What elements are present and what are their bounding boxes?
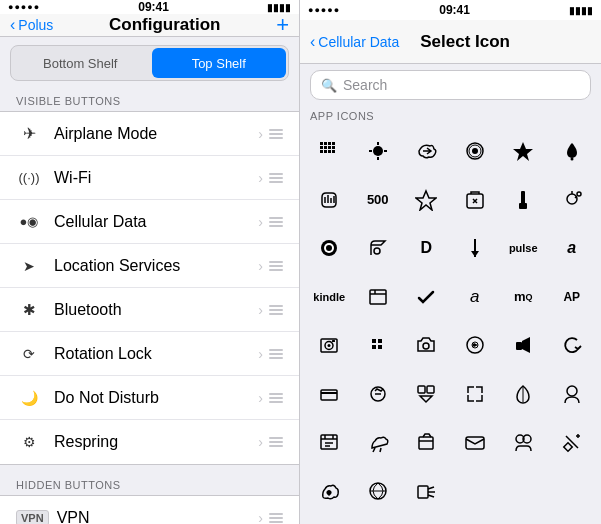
- icon-cell[interactable]: [452, 128, 499, 175]
- icon-cell[interactable]: 500: [355, 177, 402, 224]
- icon-cell[interactable]: [452, 371, 499, 418]
- icon-cell[interactable]: [306, 419, 353, 466]
- icon-cell[interactable]: [403, 371, 450, 418]
- icon-cell[interactable]: [355, 371, 402, 418]
- svg-rect-36: [370, 290, 386, 304]
- visible-section-header: VISIBLE BUTTONS: [0, 89, 299, 111]
- list-item[interactable]: ⚙ Respring ›: [0, 420, 299, 464]
- icon-cell[interactable]: [452, 322, 499, 369]
- wifi-label: Wi-Fi: [54, 169, 258, 187]
- svg-marker-43: [372, 339, 376, 343]
- svg-marker-35: [471, 251, 479, 257]
- icon-cell[interactable]: [452, 225, 499, 272]
- svg-rect-50: [516, 342, 522, 350]
- right-battery: ▮▮▮▮: [569, 5, 593, 16]
- bluetooth-label: Bluetooth: [54, 301, 258, 319]
- icon-cell[interactable]: mQ: [500, 274, 547, 321]
- chevron-icon: ›: [258, 434, 263, 450]
- respring-icon: ⚙: [16, 429, 42, 455]
- icon-cell[interactable]: [500, 128, 547, 175]
- svg-rect-25: [519, 203, 527, 209]
- list-item[interactable]: VPN VPN ›: [0, 496, 299, 524]
- list-item[interactable]: ✱ Bluetooth ›: [0, 288, 299, 332]
- svg-rect-42: [332, 340, 335, 342]
- svg-rect-1: [324, 142, 327, 145]
- svg-rect-55: [418, 386, 425, 393]
- icon-cell[interactable]: [355, 128, 402, 175]
- icon-cell[interactable]: [306, 322, 353, 369]
- svg-rect-70: [466, 437, 484, 449]
- icon-cell[interactable]: [355, 468, 402, 515]
- add-button[interactable]: +: [276, 14, 289, 36]
- chevron-icon: ›: [258, 510, 263, 525]
- icon-cell[interactable]: [549, 128, 596, 175]
- icon-cell[interactable]: [355, 322, 402, 369]
- list-item[interactable]: 🌙 Do Not Disturb ›: [0, 376, 299, 420]
- icon-cell[interactable]: [500, 419, 547, 466]
- location-label: Location Services: [54, 257, 258, 275]
- icon-cell[interactable]: [306, 177, 353, 224]
- icon-cell[interactable]: pulse: [500, 225, 547, 272]
- icon-cell[interactable]: [549, 322, 596, 369]
- icon-cell[interactable]: [500, 177, 547, 224]
- airplane-label: Airplane Mode: [54, 125, 258, 143]
- svg-marker-44: [378, 339, 382, 343]
- icon-cell[interactable]: [355, 274, 402, 321]
- list-item[interactable]: ⟳ Rotation Lock ›: [0, 332, 299, 376]
- icon-cell[interactable]: [355, 225, 402, 272]
- icon-cell[interactable]: [403, 177, 450, 224]
- icon-cell[interactable]: [500, 322, 547, 369]
- visible-buttons-list: ✈ Airplane Mode › ((·)) Wi-Fi › ●◉ Cellu…: [0, 111, 299, 465]
- right-back-label: Cellular Data: [318, 34, 399, 50]
- icon-cell[interactable]: [452, 419, 499, 466]
- icon-cell[interactable]: [549, 177, 596, 224]
- icon-cell[interactable]: D: [403, 225, 450, 272]
- segment-wrapper: Bottom Shelf Top Shelf: [10, 45, 289, 81]
- svg-marker-51: [522, 337, 530, 353]
- list-item[interactable]: ((·)) Wi-Fi ›: [0, 156, 299, 200]
- icon-cell[interactable]: [403, 419, 450, 466]
- svg-line-66: [373, 448, 375, 452]
- right-signal: ●●●●●: [308, 5, 340, 15]
- svg-point-47: [423, 343, 429, 349]
- icon-cell[interactable]: [549, 419, 596, 466]
- svg-rect-56: [427, 386, 434, 393]
- list-item[interactable]: ✈ Airplane Mode ›: [0, 112, 299, 156]
- svg-rect-10: [328, 150, 331, 153]
- app-icons-header: APP ICONS: [300, 106, 601, 124]
- icon-cell[interactable]: [500, 371, 547, 418]
- svg-rect-24: [521, 191, 525, 205]
- respring-label: Respring: [54, 433, 258, 451]
- left-status-bar: ●●●●● 09:41 ▮▮▮▮: [0, 0, 299, 14]
- icon-cell[interactable]: a: [452, 274, 499, 321]
- drag-handle: [269, 261, 283, 271]
- svg-line-67: [380, 448, 381, 452]
- icon-cell[interactable]: kindle: [306, 274, 353, 321]
- icon-cell[interactable]: [306, 371, 353, 418]
- svg-point-12: [373, 146, 383, 156]
- list-item[interactable]: ➤ Location Services ›: [0, 244, 299, 288]
- icon-cell[interactable]: [306, 128, 353, 175]
- search-input[interactable]: 🔍 Search: [310, 70, 591, 100]
- svg-rect-6: [328, 146, 331, 149]
- icon-cell[interactable]: [306, 225, 353, 272]
- icon-cell[interactable]: [549, 371, 596, 418]
- icon-cell[interactable]: [403, 128, 450, 175]
- icon-cell[interactable]: [403, 468, 450, 515]
- icon-cell[interactable]: [403, 274, 450, 321]
- icon-cell[interactable]: a: [549, 225, 596, 272]
- bottom-shelf-tab[interactable]: Bottom Shelf: [13, 48, 148, 78]
- left-signal: ●●●●●: [8, 2, 40, 12]
- right-back-button[interactable]: ‹ Cellular Data: [310, 33, 399, 51]
- svg-rect-79: [418, 486, 428, 498]
- icon-cell[interactable]: [355, 419, 402, 466]
- top-shelf-tab[interactable]: Top Shelf: [152, 48, 287, 78]
- left-nav-bar: ‹ Polus Configuration +: [0, 14, 299, 37]
- icon-cell[interactable]: [306, 468, 353, 515]
- icon-cell[interactable]: AP: [549, 274, 596, 321]
- left-back-button[interactable]: ‹ Polus: [10, 16, 53, 34]
- list-item[interactable]: ●◉ Cellular Data ›: [0, 200, 299, 244]
- icon-cell[interactable]: [403, 322, 450, 369]
- svg-point-18: [472, 148, 478, 154]
- icon-cell[interactable]: [452, 177, 499, 224]
